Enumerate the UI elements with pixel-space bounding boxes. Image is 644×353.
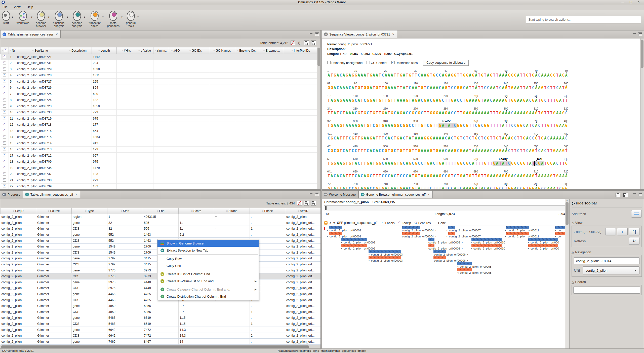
cell[interactable]: Glimmer xyxy=(36,303,72,309)
cell[interactable] xyxy=(284,122,317,128)
cell[interactable] xyxy=(259,159,284,165)
cell[interactable]: 14.3 xyxy=(179,333,214,339)
cell[interactable] xyxy=(259,165,284,171)
cell[interactable] xyxy=(182,146,209,153)
cell[interactable]: 14 xyxy=(179,339,214,345)
cell[interactable] xyxy=(182,54,209,60)
table-row[interactable]: 22contig_2_pilon_orf03739132 xyxy=(1,183,317,189)
cell[interactable]: gene xyxy=(72,327,107,333)
cell[interactable]: Glimmer xyxy=(36,339,72,345)
gene-feature[interactable]: ❮❮❮❮❮❮❮❮❮❮ xyxy=(457,262,472,265)
cell[interactable] xyxy=(182,122,209,128)
cell[interactable]: . xyxy=(250,232,285,238)
cell[interactable] xyxy=(153,103,169,110)
cell[interactable]: contig_2_pilon_orf... xyxy=(285,339,321,345)
gene-feature[interactable]: ❮❮❮❮❮❮❮❮❮❮❮❮❮❮❮❮ xyxy=(506,226,529,229)
dropdown-caret-icon[interactable]: ▼ xyxy=(48,16,50,18)
cell[interactable] xyxy=(169,146,182,153)
table-row[interactable]: 19contig_2_pilon_orf037351479 xyxy=(1,165,317,171)
cell[interactable] xyxy=(182,134,209,140)
cell[interactable] xyxy=(209,140,235,147)
cell[interactable]: 1463 xyxy=(143,232,179,238)
cell[interactable] xyxy=(284,159,317,165)
cell[interactable] xyxy=(169,54,182,60)
cell[interactable] xyxy=(259,60,284,66)
clear-filter-icon[interactable] xyxy=(291,41,295,45)
cell[interactable]: contig_2_pilon xyxy=(1,327,36,333)
cell[interactable] xyxy=(235,85,259,91)
cell[interactable] xyxy=(169,85,182,91)
cell[interactable] xyxy=(136,134,153,140)
menu-view[interactable]: View xyxy=(11,5,23,10)
cell[interactable] xyxy=(136,183,153,189)
cell[interactable] xyxy=(153,183,169,189)
cell[interactable] xyxy=(153,153,169,159)
cell[interactable]: contig_2_pilon_orf... xyxy=(285,232,321,238)
cell[interactable]: Glimmer xyxy=(36,250,72,256)
cell[interactable]: contig_2_pilon_orf03723 xyxy=(16,103,64,110)
cell[interactable] xyxy=(117,54,136,60)
cell[interactable]: contig_2_pilon xyxy=(1,297,36,303)
cell[interactable]: contig_2_pilon_orf03709 xyxy=(16,159,64,165)
cell[interactable]: contig_2_pilon_orf03719 xyxy=(16,116,64,122)
column-header-source[interactable]: ≡Source xyxy=(36,208,72,214)
cell[interactable]: gene xyxy=(72,339,107,345)
cell[interactable] xyxy=(64,140,92,147)
cell[interactable] xyxy=(117,116,136,122)
tab-welcome-message[interactable]: We Welcome Message xyxy=(322,191,358,198)
cell[interactable] xyxy=(284,91,317,97)
cell[interactable] xyxy=(169,60,182,66)
cell[interactable]: 654 xyxy=(92,128,117,134)
cell[interactable] xyxy=(209,165,235,171)
cell[interactable] xyxy=(284,165,317,171)
cell[interactable] xyxy=(209,171,235,177)
cell[interactable]: contig_2_pilon_orf... xyxy=(285,261,321,267)
cell[interactable] xyxy=(153,79,169,85)
cell[interactable]: 11.5 xyxy=(179,321,214,327)
row-checkbox[interactable] xyxy=(1,171,9,177)
cell[interactable]: . xyxy=(250,339,285,345)
cell[interactable] xyxy=(182,109,209,116)
cell[interactable]: contig_2_pilon_orf... xyxy=(285,321,321,327)
gff-row[interactable]: contig_2_pilonGlimmergene3250511-.contig… xyxy=(1,220,321,226)
cell[interactable] xyxy=(182,97,209,103)
cell[interactable] xyxy=(64,91,92,97)
close-icon[interactable]: ✕ xyxy=(75,193,77,196)
cell[interactable] xyxy=(284,177,317,184)
cell[interactable] xyxy=(136,60,153,66)
cell[interactable] xyxy=(209,128,235,134)
column-header-enzyme-co-[interactable]: ≡Enzyme Co... xyxy=(235,47,259,54)
cell[interactable] xyxy=(117,60,136,66)
toolbar-item-start[interactable]: start xyxy=(0,10,11,30)
cell[interactable] xyxy=(259,103,284,110)
column-header-sim-m-[interactable]: ≡sim m... xyxy=(153,47,169,54)
cell[interactable] xyxy=(259,79,284,85)
cell[interactable] xyxy=(209,146,235,153)
cell[interactable]: contig_2_pilon_orf... xyxy=(285,279,321,285)
table-row[interactable]: 1contig_2_pilon_orf037211149 xyxy=(1,54,317,60)
cell[interactable]: contig_2_pilon xyxy=(1,321,36,327)
cell[interactable] xyxy=(64,60,92,66)
cell[interactable]: CDS xyxy=(72,285,107,291)
table-row[interactable]: 8contig_2_pilon_orf03724132 xyxy=(1,97,317,103)
menu-item-create-id-value-list-of-end-and-[interactable]: IvCreate ID-Value-List of: End and:▶ xyxy=(157,277,259,285)
cell[interactable] xyxy=(64,116,92,122)
dropdown-caret-icon[interactable]: ▼ xyxy=(84,16,86,18)
cell[interactable]: 6 xyxy=(9,85,16,91)
minimize-icon[interactable] xyxy=(633,193,636,196)
cell[interactable] xyxy=(136,66,153,73)
cell[interactable] xyxy=(153,159,169,165)
table-row[interactable]: 5contig_2_pilon_orf03727195 xyxy=(1,79,317,85)
cell[interactable]: 5483 xyxy=(107,321,143,327)
cell[interactable]: Glimmer xyxy=(36,232,72,238)
toolbar-item-meta-genomics[interactable]: metagenomics xyxy=(105,10,120,30)
cell[interactable] xyxy=(235,159,259,165)
table-row[interactable]: 7contig_2_pilon_orf03725600 xyxy=(1,91,317,97)
add-track-button[interactable] xyxy=(631,210,642,218)
cell[interactable] xyxy=(169,177,182,184)
column-header-interpro-ids[interactable]: ≡InterPro IDs xyxy=(284,47,317,54)
cell[interactable]: 32 xyxy=(107,220,143,226)
cell[interactable]: . xyxy=(250,214,285,220)
cell[interactable] xyxy=(117,97,136,103)
cell[interactable] xyxy=(169,140,182,147)
